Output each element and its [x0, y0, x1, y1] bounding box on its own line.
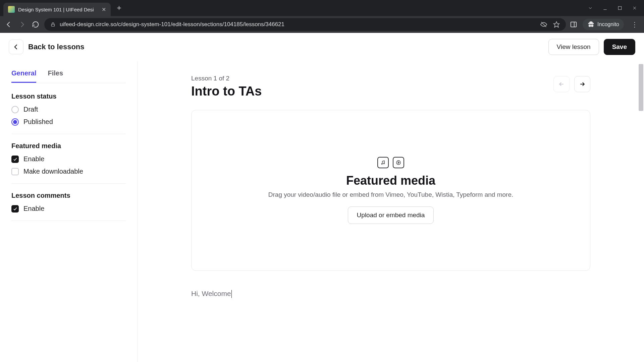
close-tab-icon[interactable]: ✕	[102, 6, 106, 13]
window-controls	[588, 0, 644, 16]
tab-strip: Design System 101 | UIFeed Desi ✕ ＋	[0, 0, 644, 16]
bookmark-star-icon[interactable]	[553, 21, 560, 28]
svg-rect-7	[571, 22, 577, 27]
window-minimize-icon[interactable]	[602, 5, 608, 11]
side-panel-icon[interactable]	[570, 21, 577, 28]
editor-text: Hi, Welcome	[191, 290, 231, 297]
lesson-body-editor[interactable]: Hi, Welcome	[191, 290, 590, 298]
checkbox-icon	[11, 168, 19, 175]
save-button[interactable]: Save	[604, 39, 635, 55]
svg-rect-4	[51, 24, 54, 26]
app-header: Back to lessons View lesson Save	[0, 33, 644, 61]
browser-chrome: Design System 101 | UIFeed Desi ✕ ＋ uife…	[0, 0, 644, 33]
arrow-left-icon	[558, 81, 565, 87]
address-row: uifeed-design.circle.so/c/design-system-…	[0, 16, 644, 33]
checkbox-checked-icon	[11, 156, 19, 163]
status-published-option[interactable]: Published	[11, 118, 126, 126]
comments-enable-label: Enable	[23, 205, 44, 213]
lock-icon[interactable]	[50, 22, 56, 27]
window-maximize-icon[interactable]	[617, 5, 623, 11]
text-caret-icon	[231, 290, 232, 298]
featured-enable-label: Enable	[23, 155, 44, 163]
lesson-counter: Lesson 1 of 2	[191, 75, 590, 82]
status-draft-option[interactable]: Draft	[11, 106, 126, 113]
featured-download-label: Make downloadable	[23, 168, 83, 175]
media-title: Featured media	[346, 174, 435, 188]
checkbox-checked-icon	[11, 205, 19, 213]
url-text: uifeed-design.circle.so/c/design-system-…	[60, 21, 536, 28]
chevron-left-icon	[13, 44, 19, 50]
svg-marker-14	[398, 162, 399, 163]
window-close-icon[interactable]	[632, 5, 637, 11]
incognito-badge[interactable]: Incognito	[583, 19, 624, 30]
featured-media-dropzone[interactable]: Featured media Drag your video/audio fil…	[191, 110, 590, 271]
audio-icon	[377, 157, 389, 168]
radio-selected-icon	[11, 118, 19, 126]
scroll-thumb[interactable]	[639, 64, 643, 111]
svg-rect-1	[618, 6, 621, 9]
featured-download-option[interactable]: Make downloadable	[11, 168, 126, 175]
status-draft-label: Draft	[23, 106, 38, 113]
lesson-title[interactable]: Intro to TAs	[191, 84, 590, 99]
prev-lesson-button	[553, 76, 570, 92]
sidebar: General Files Lesson status Draft Publis…	[0, 61, 138, 362]
featured-enable-option[interactable]: Enable	[11, 155, 126, 163]
svg-marker-6	[554, 22, 559, 27]
address-bar[interactable]: uifeed-design.circle.so/c/design-system-…	[44, 18, 566, 31]
radio-icon	[11, 106, 19, 113]
back-label: Back to lessons	[28, 43, 85, 51]
media-subtitle: Drag your video/audio file or embed from…	[268, 191, 513, 198]
nav-forward-icon[interactable]	[17, 20, 27, 29]
scrollbar[interactable]	[639, 61, 643, 362]
tab-overflow-icon[interactable]	[588, 5, 593, 11]
lesson-status-title: Lesson status	[11, 93, 126, 100]
tab-general[interactable]: General	[11, 69, 36, 83]
featured-media-title: Featured media	[11, 142, 126, 150]
lesson-nav	[553, 76, 590, 92]
eye-off-icon[interactable]	[540, 21, 547, 28]
back-button[interactable]	[9, 40, 23, 54]
incognito-label: Incognito	[597, 21, 619, 27]
toolbar-icons: Incognito ⋮	[570, 19, 640, 30]
arrow-right-icon	[579, 81, 586, 87]
svg-point-12	[383, 163, 384, 164]
favicon-icon	[8, 6, 15, 13]
app: Back to lessons View lesson Save General…	[0, 33, 644, 362]
browser-menu-icon[interactable]: ⋮	[629, 20, 640, 28]
app-body: General Files Lesson status Draft Publis…	[0, 61, 644, 362]
svg-point-11	[381, 164, 382, 165]
new-tab-button[interactable]: ＋	[115, 3, 123, 13]
video-icon	[393, 157, 404, 168]
next-lesson-button[interactable]	[574, 76, 590, 92]
sidebar-tabs: General Files	[11, 69, 126, 83]
incognito-icon	[587, 21, 595, 28]
main-panel: Lesson 1 of 2 Intro to TAs Featured medi…	[138, 61, 644, 362]
nav-back-icon[interactable]	[4, 20, 13, 29]
lesson-comments-title: Lesson comments	[11, 192, 126, 199]
tab-files[interactable]: Files	[48, 69, 63, 83]
comments-enable-option[interactable]: Enable	[11, 205, 126, 213]
tab-title: Design System 101 | UIFeed Desi	[18, 7, 98, 12]
view-lesson-button[interactable]: View lesson	[548, 39, 599, 55]
upload-media-button[interactable]: Upload or embed media	[348, 206, 434, 224]
svg-point-13	[396, 161, 400, 165]
nav-reload-icon[interactable]	[31, 20, 40, 29]
browser-tab[interactable]: Design System 101 | UIFeed Desi ✕	[3, 3, 111, 16]
status-published-label: Published	[23, 118, 53, 126]
media-icons	[377, 157, 404, 168]
